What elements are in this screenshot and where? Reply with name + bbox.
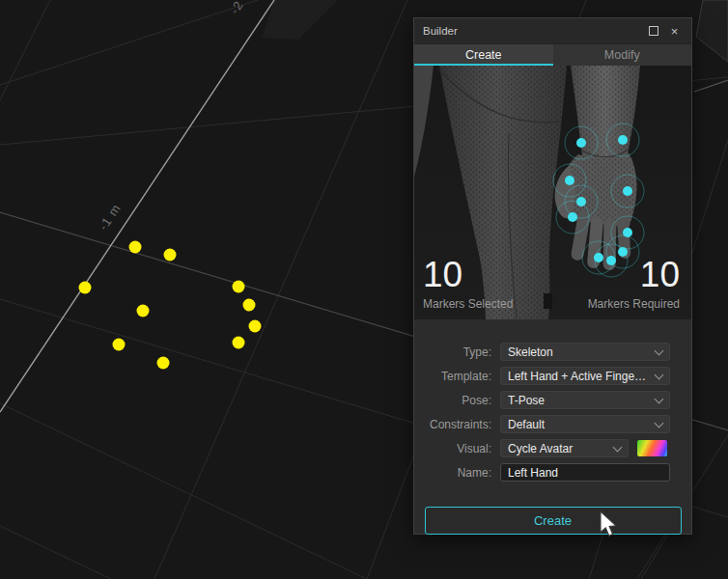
chevron-down-icon (655, 345, 664, 355)
panel-title: Builder (423, 25, 640, 37)
body-sliver (414, 66, 434, 177)
form-row-visual: Visual: Cycle Avatar (414, 436, 691, 460)
tab-modify[interactable]: Modify (553, 44, 692, 66)
viewport-marker[interactable] (243, 299, 256, 312)
visual-value: Cycle Avatar (508, 442, 608, 455)
viewport-marker[interactable] (129, 241, 142, 254)
viewport-marker[interactable] (157, 357, 170, 370)
tab-create[interactable]: Create (414, 44, 553, 66)
hand-marker (568, 212, 577, 222)
skeleton-preview: 10 Markers Selected 10 Markers Required (414, 66, 691, 319)
scene-edge (694, 80, 728, 92)
template-value: Left Hand + Active Fingers (10) (508, 370, 650, 383)
builder-panel: Builder × Create Modify (413, 17, 692, 535)
hand-marker (576, 138, 586, 148)
name-label: Name: (414, 466, 491, 480)
builder-form: Type: Skeleton Template: Left Hand + Act… (414, 340, 691, 484)
viewport-marker[interactable] (113, 339, 126, 351)
constraints-value: Default (508, 418, 650, 431)
visual-dropdown[interactable]: Cycle Avatar (500, 439, 629, 457)
maximize-icon (649, 26, 658, 36)
tab-modify-label: Modify (604, 48, 640, 62)
scene-patch (262, 0, 338, 40)
hand-marker (623, 186, 632, 196)
markers-selected-label: Markers Selected (423, 297, 513, 311)
type-dropdown[interactable]: Skeleton (500, 343, 670, 361)
chevron-down-icon (655, 394, 664, 403)
viewport-marker[interactable] (233, 337, 245, 349)
markers-required-count: 10 (588, 257, 680, 292)
name-input[interactable] (500, 463, 670, 482)
form-row-type: Type: Skeleton (414, 340, 691, 364)
create-button[interactable]: Create (425, 507, 682, 535)
markers-required-label: Markers Required (588, 297, 680, 311)
form-row-pose: Pose: T-Pose (414, 388, 691, 412)
hand-marker (618, 135, 628, 145)
viewport-marker[interactable] (164, 249, 177, 262)
viewport-marker[interactable] (137, 305, 150, 317)
markers-selected-block: 10 Markers Selected (423, 257, 513, 311)
type-label: Type: (414, 345, 491, 359)
tab-create-label: Create (465, 48, 502, 62)
template-dropdown[interactable]: Left Hand + Active Fingers (10) (500, 367, 670, 385)
type-value: Skeleton (508, 345, 650, 359)
pose-dropdown[interactable]: T-Pose (500, 391, 670, 409)
constraints-label: Constraints: (414, 418, 491, 431)
visual-label: Visual: (414, 442, 491, 455)
viewport-marker[interactable] (79, 282, 92, 294)
maximize-button[interactable] (645, 23, 661, 40)
viewport-marker[interactable] (249, 320, 262, 333)
chevron-down-icon (655, 370, 664, 379)
hand-render (555, 66, 640, 270)
close-icon: × (671, 25, 679, 38)
constraints-dropdown[interactable]: Default (500, 415, 670, 433)
scene-wall (696, 0, 728, 62)
markers-required-block: 10 Markers Required (588, 257, 680, 311)
color-swatch[interactable] (637, 440, 667, 456)
form-row-template: Template: Left Hand + Active Fingers (10… (414, 364, 691, 388)
tab-bar: Create Modify (414, 43, 691, 66)
hand-marker (565, 176, 574, 185)
markers-selected-count: 10 (423, 257, 513, 292)
panel-titlebar[interactable]: Builder × (414, 18, 691, 43)
viewport-marker[interactable] (233, 281, 245, 293)
close-button[interactable]: × (666, 23, 683, 40)
form-row-name: Name: (414, 460, 691, 484)
pose-label: Pose: (414, 394, 491, 407)
app-root: { "colors": { "accent": "#2ec6d4", "mark… (0, 0, 728, 579)
chevron-down-icon (655, 418, 664, 427)
form-row-constraints: Constraints: Default (414, 412, 691, 436)
template-label: Template: (414, 370, 491, 383)
pose-value: T-Pose (508, 394, 650, 407)
axis-line-bright (0, 0, 274, 412)
chevron-down-icon (613, 442, 623, 452)
